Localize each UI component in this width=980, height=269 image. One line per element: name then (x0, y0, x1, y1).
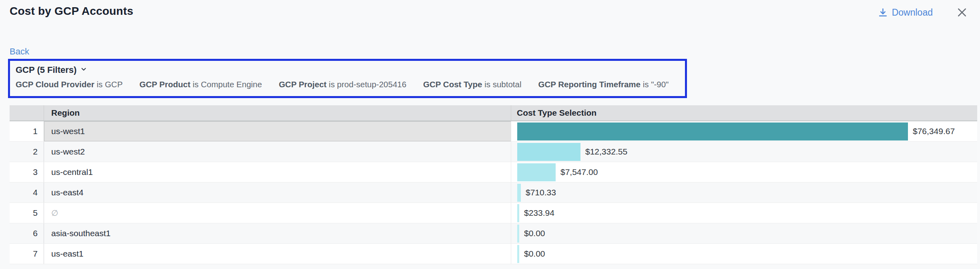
download-label: Download (892, 7, 933, 18)
page-title: Cost by GCP Accounts (10, 5, 133, 18)
topbar: Cost by GCP Accounts Download (0, 0, 980, 26)
table-row: 1us-west1$76,349.67 (10, 121, 977, 142)
filter-item: GCP Cost Type is subtotal (423, 80, 521, 89)
table-row: 7us-east1$0.00 (10, 244, 977, 264)
filter-condition: is GCP (94, 80, 123, 89)
region-cell[interactable]: asia-southeast1 (44, 223, 511, 243)
filter-name: GCP Product (139, 80, 190, 89)
region-cell[interactable]: us-east4 (44, 183, 511, 203)
filter-summary-label: GCP (5 Filters) (16, 65, 76, 75)
cost-bar (517, 204, 519, 222)
filter-condition: is "-90" (641, 80, 669, 89)
close-icon (956, 6, 968, 18)
back-link[interactable]: Back (10, 46, 29, 57)
cost-cell[interactable]: $76,349.67 (511, 121, 977, 141)
filter-summary-toggle[interactable]: GCP (5 Filters) (16, 64, 87, 75)
top-actions: Download (878, 6, 969, 19)
cost-bar (517, 143, 580, 161)
filter-condition: is subtotal (482, 80, 521, 89)
table-body: 1us-west1$76,349.672us-west2$12,332.553u… (10, 121, 977, 264)
filter-box: GCP (5 Filters) GCP Cloud Provider is GC… (8, 59, 687, 98)
row-number-cell: 5 (10, 203, 44, 223)
download-icon (878, 8, 888, 18)
filter-item: GCP Cloud Provider is GCP (16, 80, 122, 89)
cost-value-label: $12,332.55 (585, 147, 627, 157)
region-cell[interactable]: us-east1 (44, 244, 511, 264)
region-cell[interactable]: us-west1 (44, 121, 511, 141)
cost-value-label: $76,349.67 (913, 126, 955, 136)
row-number-cell: 4 (10, 183, 44, 203)
download-button[interactable]: Download (878, 7, 933, 18)
cost-value-label: $0.00 (524, 249, 545, 259)
cost-cell[interactable]: $12,332.55 (511, 142, 977, 162)
row-number-cell: 2 (10, 142, 44, 162)
cost-bar (517, 225, 519, 243)
filter-list: GCP Cloud Provider is GCPGCP Product is … (16, 80, 679, 89)
cost-cell[interactable]: $0.00 (511, 244, 977, 264)
table-row: 4us-east4$710.33 (10, 183, 977, 203)
filter-name: GCP Cloud Provider (16, 80, 94, 89)
column-header-region: Region (44, 105, 511, 120)
cost-value-label: $233.94 (524, 208, 554, 218)
cost-bar (517, 122, 908, 141)
chevron-down-icon (80, 64, 87, 75)
table-row: 3us-central1$7,547.00 (10, 162, 977, 183)
filter-name: GCP Cost Type (423, 80, 482, 89)
row-number-cell: 3 (10, 162, 44, 182)
filter-name: GCP Project (279, 80, 326, 89)
cost-cell[interactable]: $233.94 (511, 203, 977, 223)
cost-value-label: $0.00 (524, 229, 545, 238)
cost-value-label: $7,547.00 (560, 167, 598, 177)
row-number-cell: 1 (10, 121, 44, 141)
cost-table: Region Cost Type Selection 1us-west1$76,… (10, 105, 977, 264)
cost-cell[interactable]: $0.00 (511, 223, 977, 243)
cost-bar (517, 245, 519, 263)
cost-value-label: $710.33 (526, 188, 556, 197)
row-number-cell: 7 (10, 244, 44, 264)
column-header-row-number (10, 105, 44, 120)
filter-item: GCP Project is prod-setup-205416 (279, 80, 406, 89)
table-header-row: Region Cost Type Selection (10, 105, 977, 121)
table-row: 6asia-southeast1$0.00 (10, 223, 977, 244)
cost-cell[interactable]: $710.33 (511, 183, 977, 203)
region-cell[interactable]: ∅ (44, 203, 511, 223)
cost-bar (517, 184, 521, 202)
filter-condition: is Compute Engine (191, 80, 262, 89)
cost-bar (517, 163, 556, 181)
cost-cell[interactable]: $7,547.00 (511, 162, 977, 182)
close-button[interactable] (955, 6, 969, 19)
row-number-cell: 6 (10, 223, 44, 243)
filter-item: GCP Product is Compute Engine (139, 80, 262, 89)
region-cell[interactable]: us-central1 (44, 162, 511, 182)
column-header-cost-type-selection: Cost Type Selection (511, 105, 977, 120)
table-row: 5∅$233.94 (10, 203, 977, 223)
filter-item: GCP Reporting Timeframe is "-90" (538, 80, 669, 89)
filter-condition: is prod-setup-205416 (327, 80, 406, 89)
filter-name: GCP Reporting Timeframe (538, 80, 641, 89)
table-row: 2us-west2$12,332.55 (10, 142, 977, 162)
region-cell[interactable]: us-west2 (44, 142, 511, 162)
